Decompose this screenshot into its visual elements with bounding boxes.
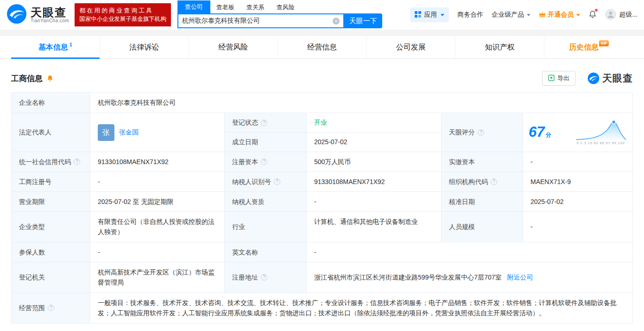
help-icon[interactable] xyxy=(261,274,267,280)
nav-open-vip[interactable]: 开通会员 xyxy=(539,11,580,19)
field-label-score: 天眼评分 xyxy=(442,113,523,152)
field-value-credit-code: 91330108MAENX71X92 xyxy=(90,152,225,172)
score-label-text: 天眼评分 xyxy=(449,127,475,137)
clear-search-icon[interactable] xyxy=(333,18,340,25)
score-axis-ticks: 0 1 3 15 50 85 97 99 100 xyxy=(577,140,625,146)
search-tab-boss[interactable]: 查老板 xyxy=(210,1,240,13)
nav-open-vip-label: 开通会员 xyxy=(548,11,574,19)
crown-icon xyxy=(539,11,546,19)
nav-enterprise-label: 企业级产品 xyxy=(492,11,524,19)
tab-company-development[interactable]: 公司发展 xyxy=(366,36,455,58)
field-label-reg-address: 注册地址 xyxy=(225,262,307,293)
nav-apps[interactable]: 应用 xyxy=(410,7,449,22)
tab-operating-info[interactable]: 经营信息 xyxy=(278,36,366,58)
field-value-reg-authority: 杭州高新技术产业开发区（滨江）市场监督管理局 xyxy=(90,262,225,293)
tab-legal-litigation[interactable]: 法律诉讼 xyxy=(100,36,189,58)
reg-address-text: 浙江省杭州市滨江区长河街道建业路599号华业发展中心7层707室 xyxy=(314,272,502,282)
notification-badge xyxy=(595,9,598,12)
field-value-taxpayer-id: 91330108MAENX71X92 xyxy=(307,172,442,192)
username: 超级... xyxy=(619,11,638,19)
tab-history-info[interactable]: 历史信息 VIP xyxy=(544,36,633,58)
reg-address-label-text: 注册地址 xyxy=(232,272,258,282)
nav-enterprise[interactable]: 企业级产品 xyxy=(492,11,530,19)
search-box xyxy=(177,13,344,28)
help-icon[interactable] xyxy=(491,178,497,185)
field-value-legal-rep: 张 张金国 xyxy=(90,113,225,152)
nearby-companies-link[interactable]: 附近公司 xyxy=(507,272,533,282)
field-label-taxpayer-id: 纳税人识别号 xyxy=(225,172,307,192)
search-tab-company[interactable]: 查公司 xyxy=(177,0,210,13)
nav-apps-label: 应用 xyxy=(424,11,437,19)
field-value-org-code: MAENX71X-9 xyxy=(523,172,633,192)
tab-basic-info-label: 基本信息 xyxy=(38,43,68,52)
credit-code-label-text: 统一社会信用代码 xyxy=(19,157,71,167)
tab-basic-info[interactable]: 基本信息 1 xyxy=(11,36,100,58)
field-label-staff-size: 人员规模 xyxy=(442,212,523,242)
reg-status-label-text: 登记状态 xyxy=(232,117,258,127)
field-value-english-name: - xyxy=(307,242,633,262)
field-label-establish-date: 成立日期 xyxy=(225,133,307,152)
legal-rep-name-link[interactable]: 张金国 xyxy=(119,127,139,137)
field-value-staff-size: - xyxy=(523,212,633,242)
org-code-label-text: 组织机构代码 xyxy=(449,177,488,187)
field-value-paid-capital: - xyxy=(523,152,633,172)
field-value-establish-date: 2025-07-02 xyxy=(307,133,442,152)
field-label-reg-authority: 登记机关 xyxy=(12,262,90,293)
field-label-paid-capital: 实缴资本 xyxy=(442,152,523,172)
field-label-legal-rep: 法定代表人 xyxy=(12,113,90,152)
tianyancha-logo[interactable]: 天眼查 TianYanCha.com xyxy=(6,4,69,26)
promo-banner: 都在用的商业查询工具 国家中小企业发展子基金旗下机构 xyxy=(75,3,171,26)
business-info-table: 企业名称 杭州歌尔泰克科技有限公司 法定代表人 张 张金国 登记状态 开业 天眼… xyxy=(11,92,633,324)
field-value-business-scope: 一般项目：技术服务、技术开发、技术咨询、技术交流、技术转让、技术推广；专业设计服… xyxy=(90,293,633,324)
field-value-insured: - xyxy=(90,242,225,262)
watermark-text: 天眼查 xyxy=(602,72,633,85)
field-value-reg-status: 开业 xyxy=(307,113,442,133)
watermark-logo-icon xyxy=(587,72,600,84)
promo-line-2: 国家中小企业发展子基金旗下机构 xyxy=(79,15,166,24)
help-icon[interactable] xyxy=(74,159,80,165)
field-label-org-code: 组织机构代码 xyxy=(442,172,523,192)
export-button[interactable]: 导出 xyxy=(542,71,575,86)
section-header: 工商信息 导出 天眼查 xyxy=(11,71,633,86)
help-icon[interactable] xyxy=(48,305,54,311)
brand-domain: TianYanCha.com xyxy=(31,18,69,23)
legal-rep-avatar[interactable]: 张 xyxy=(98,124,114,141)
field-label-business-term: 营业期限 xyxy=(12,192,90,212)
field-label-company-name: 企业名称 xyxy=(12,93,90,113)
field-label-insured: 参保人数 xyxy=(12,242,90,262)
nav-cooperation[interactable]: 商务合作 xyxy=(457,11,483,19)
apps-grid-icon xyxy=(415,11,421,19)
search-button[interactable]: 天眼一下 xyxy=(344,13,382,28)
score-unit: 分 xyxy=(545,132,551,138)
monitor-bell-icon[interactable] xyxy=(46,75,54,82)
search-tab-risk[interactable]: 查风险 xyxy=(271,1,301,13)
field-value-reg-address: 浙江省杭州市滨江区长河街道建业路599号华业发展中心7层707室 附近公司 xyxy=(307,262,633,293)
field-value-reg-number: - xyxy=(90,172,225,192)
status-badge: 开业 xyxy=(314,117,327,127)
field-value-approval-date: 2025-07-02 xyxy=(523,192,633,212)
field-value-taxpayer-quality: - xyxy=(307,192,442,212)
taxpayer-id-label-text: 纳税人识别号 xyxy=(232,177,271,187)
field-value-reg-capital: 500万人民币 xyxy=(307,152,442,172)
search-tab-relation[interactable]: 查关系 xyxy=(240,1,271,13)
main-content: 工商信息 导出 天眼查 xyxy=(0,71,644,324)
help-icon[interactable] xyxy=(478,129,484,136)
user-account[interactable]: 超级... xyxy=(605,9,638,21)
notification-bell[interactable] xyxy=(588,10,597,20)
promo-line-1: 都在用的商业查询工具 xyxy=(79,6,166,15)
tab-operating-risk[interactable]: 经营风险 xyxy=(189,36,278,58)
search-input[interactable] xyxy=(178,17,333,25)
help-icon[interactable] xyxy=(261,120,267,126)
field-value-company-name: 杭州歌尔泰克科技有限公司 xyxy=(90,93,633,113)
help-icon[interactable] xyxy=(261,159,267,165)
search-tabs: 查公司 查老板 查关系 查风险 xyxy=(177,1,382,13)
tab-intellectual-property[interactable]: 知识产权 xyxy=(455,36,544,58)
watermark-logo: 天眼查 xyxy=(587,72,633,85)
field-label-industry: 行业 xyxy=(225,212,307,242)
field-label-credit-code: 统一社会信用代码 xyxy=(12,152,90,172)
bell-icon xyxy=(588,10,597,20)
help-icon[interactable] xyxy=(274,178,280,185)
search-block: 查公司 查老板 查关系 查风险 天眼一下 xyxy=(177,1,382,28)
top-header: 天眼查 TianYanCha.com 都在用的商业查询工具 国家中小企业发展子基… xyxy=(0,0,644,30)
field-label-approval-date: 核准日期 xyxy=(442,192,523,212)
